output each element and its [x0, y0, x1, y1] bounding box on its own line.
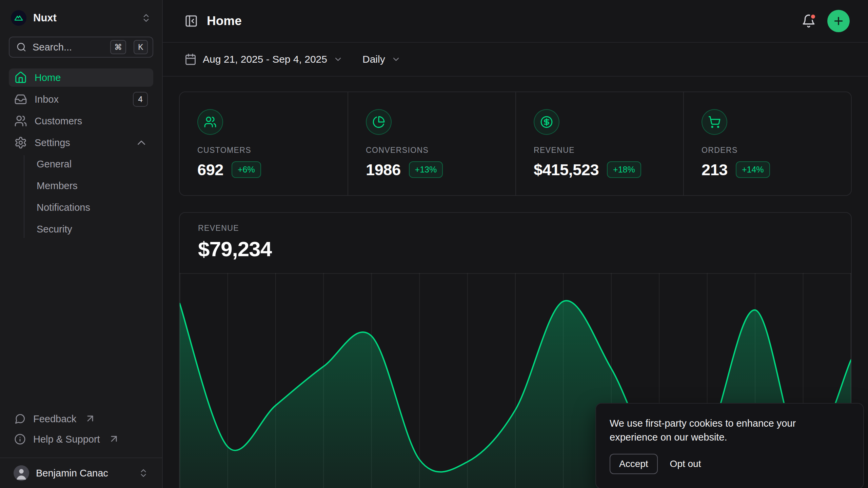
- arrow-up-right-icon: [84, 413, 96, 424]
- chevrons-up-down-icon: [138, 468, 149, 478]
- notification-dot: [810, 13, 816, 20]
- stat-delta-badge: +6%: [232, 161, 261, 178]
- chevron-down-icon: [391, 55, 401, 64]
- stat-card-orders[interactable]: ORDERS213+14%: [683, 92, 851, 195]
- pie-chart-icon: [372, 116, 385, 128]
- calendar-icon: [184, 53, 197, 65]
- page-title: Home: [207, 14, 242, 28]
- sidebar-item-help-support[interactable]: Help & Support: [9, 430, 153, 448]
- sidebar-item-label: Home: [35, 72, 61, 83]
- stat-value: $415,523: [534, 160, 599, 179]
- cookie-message: We use first-party cookies to enhance yo…: [610, 416, 820, 444]
- stat-value: 692: [197, 160, 223, 179]
- sidebar-subitem-general[interactable]: General: [24, 155, 153, 173]
- sidebar-nav: HomeInbox4CustomersSettingsGeneralMember…: [9, 68, 153, 410]
- gear-icon: [14, 136, 27, 149]
- revenue-chart-total: $79,234: [198, 237, 833, 261]
- sidebar-item-label: Customers: [35, 116, 82, 127]
- period-label: Daily: [362, 54, 385, 65]
- stat-delta-badge: +14%: [736, 161, 770, 178]
- sidebar-item-label: Feedback: [33, 413, 76, 425]
- collapse-sidebar-icon[interactable]: [184, 14, 198, 28]
- nuxt-logo-icon: [11, 10, 26, 26]
- page-header: Home: [163, 0, 868, 43]
- stat-label: CUSTOMERS: [197, 146, 330, 155]
- user-menu[interactable]: Benjamin Canac: [9, 458, 153, 488]
- sidebar-item-feedback[interactable]: Feedback: [9, 410, 153, 428]
- notifications-button[interactable]: [802, 14, 816, 28]
- kbd-k: K: [134, 40, 148, 54]
- toolbar: Aug 21, 2025 - Sep 4, 2025 Daily: [163, 43, 868, 77]
- kbd-cmd: ⌘: [110, 40, 126, 54]
- search-input[interactable]: ⌘ K: [9, 37, 153, 58]
- sidebar-subitem-notifications[interactable]: Notifications: [24, 199, 153, 216]
- workspace-name: Nuxt: [33, 12, 57, 24]
- date-range-label: Aug 21, 2025 - Sep 4, 2025: [203, 54, 327, 65]
- house-icon: [14, 71, 27, 84]
- shopping-cart-icon: [708, 116, 721, 128]
- sidebar-item-home[interactable]: Home: [9, 68, 153, 87]
- stat-icon-badge: [197, 109, 223, 135]
- stat-label: REVENUE: [534, 146, 666, 155]
- search-field[interactable]: [33, 42, 103, 53]
- dollar-circle-icon: [540, 116, 553, 128]
- revenue-chart-label: REVENUE: [198, 224, 833, 233]
- chevron-down-icon: [333, 55, 343, 64]
- sidebar-subnav: GeneralMembersNotificationsSecurity: [24, 155, 153, 238]
- chevron-up-icon: [135, 136, 148, 149]
- cookie-banner: We use first-party cookies to enhance yo…: [595, 403, 864, 488]
- add-button[interactable]: [827, 10, 850, 32]
- sidebar-item-label: Settings: [35, 137, 70, 148]
- user-name: Benjamin Canac: [36, 468, 108, 479]
- stat-value: 213: [702, 160, 728, 179]
- avatar: [14, 465, 29, 481]
- info-circle-icon: [14, 433, 26, 445]
- accept-button[interactable]: Accept: [610, 454, 658, 474]
- stats-cards: CUSTOMERS692+6%CONVERSIONS1986+13%REVENU…: [179, 92, 852, 196]
- stat-icon-badge: [534, 109, 559, 135]
- sidebar-footer-links: FeedbackHelp & Support: [9, 410, 153, 451]
- sidebar-item-settings[interactable]: Settings: [9, 134, 153, 152]
- stat-delta-badge: +13%: [409, 161, 443, 178]
- users-icon: [14, 115, 27, 127]
- workspace-switcher[interactable]: Nuxt: [9, 7, 153, 28]
- sidebar-item-label: Inbox: [35, 94, 59, 105]
- sidebar: Nuxt ⌘ K HomeInbox4CustomersSettingsGene…: [0, 0, 163, 488]
- date-range-picker[interactable]: Aug 21, 2025 - Sep 4, 2025: [184, 53, 343, 65]
- inbox-count-badge: 4: [133, 92, 148, 107]
- stat-card-revenue[interactable]: REVENUE$415,523+18%: [515, 92, 683, 195]
- period-select[interactable]: Daily: [362, 54, 401, 65]
- sidebar-subitem-members[interactable]: Members: [24, 177, 153, 195]
- opt-out-button[interactable]: Opt out: [670, 454, 701, 473]
- stat-icon-badge: [702, 109, 727, 135]
- stat-icon-badge: [366, 109, 392, 135]
- users-icon: [204, 116, 217, 128]
- stat-label: CONVERSIONS: [366, 146, 498, 155]
- search-icon: [16, 42, 26, 52]
- sidebar-item-label: Help & Support: [33, 434, 100, 445]
- message-circle-icon: [14, 413, 26, 425]
- sidebar-subitem-security[interactable]: Security: [24, 220, 153, 238]
- sidebar-item-customers[interactable]: Customers: [9, 112, 153, 130]
- stat-card-customers[interactable]: CUSTOMERS692+6%: [180, 92, 348, 195]
- plus-icon: [832, 15, 845, 27]
- sidebar-item-inbox[interactable]: Inbox4: [9, 90, 153, 108]
- stat-delta-badge: +18%: [607, 161, 641, 178]
- inbox-icon: [14, 93, 27, 106]
- arrow-up-right-icon: [108, 433, 120, 445]
- stat-card-conversions[interactable]: CONVERSIONS1986+13%: [348, 92, 515, 195]
- stat-value: 1986: [366, 160, 401, 179]
- stat-label: ORDERS: [702, 146, 833, 155]
- chevrons-up-down-icon: [141, 13, 151, 23]
